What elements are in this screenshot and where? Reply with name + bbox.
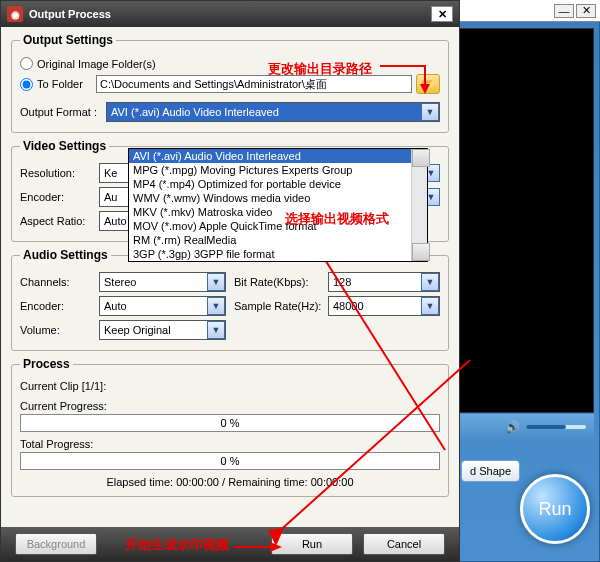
bitrate-select[interactable]: 128▼: [328, 272, 440, 292]
dialog-footer: Background Run Cancel: [1, 527, 459, 561]
format-option[interactable]: RM (*.rm) RealMedia: [129, 233, 427, 247]
dialog-title-bar[interactable]: ◉ Output Process ✕: [1, 1, 459, 27]
volume-label: Volume:: [20, 324, 95, 336]
dialog-close-button[interactable]: ✕: [431, 6, 453, 22]
output-format-select[interactable]: AVI (*.avi) Audio Video Interleaved ▼: [106, 102, 440, 122]
video-settings-legend: Video Settings: [20, 139, 109, 153]
run-big-button[interactable]: Run: [520, 474, 590, 544]
chevron-down-icon[interactable]: ▼: [207, 273, 225, 291]
chevron-down-icon[interactable]: ▼: [421, 103, 439, 121]
annotation-select-format: 选择输出视频格式: [285, 210, 389, 228]
chevron-down-icon[interactable]: ▼: [421, 297, 439, 315]
output-settings-group: Output Settings Original Image Folder(s)…: [11, 33, 449, 133]
bitrate-label: Bit Rate(Kbps):: [234, 276, 324, 288]
current-progress-label: Current Progress:: [20, 400, 440, 412]
chevron-down-icon[interactable]: ▼: [421, 273, 439, 291]
original-folder-radio[interactable]: [20, 57, 33, 70]
output-process-dialog: ◉ Output Process ✕ Output Settings Origi…: [0, 0, 460, 562]
shape-button-partial[interactable]: d Shape: [461, 460, 520, 482]
channels-select[interactable]: Stereo▼: [99, 272, 226, 292]
to-folder-label: To Folder: [37, 78, 92, 90]
process-group: Process Current Clip [1/1]: Current Prog…: [11, 357, 449, 497]
total-progress-label: Total Progress:: [20, 438, 440, 450]
format-option[interactable]: MP4 (*.mp4) Optimized for portable devic…: [129, 177, 427, 191]
dropdown-scrollbar[interactable]: [411, 149, 427, 261]
chevron-down-icon[interactable]: ▼: [207, 321, 225, 339]
to-folder-radio[interactable]: [20, 78, 33, 91]
total-progress-bar: 0 %: [20, 452, 440, 470]
annotation-start-watermark: 开始生成水印视频: [125, 536, 229, 554]
cancel-button[interactable]: Cancel: [363, 533, 445, 555]
resolution-label: Resolution:: [20, 167, 95, 179]
speaker-icon[interactable]: 🔊: [505, 420, 520, 434]
browse-folder-button[interactable]: 📂: [416, 74, 440, 94]
chevron-down-icon[interactable]: ▼: [207, 297, 225, 315]
dialog-title: Output Process: [29, 8, 111, 20]
format-option[interactable]: MPG (*.mpg) Moving Pictures Experts Grou…: [129, 163, 427, 177]
aspect-ratio-label: Aspect Ratio:: [20, 215, 95, 227]
run-button[interactable]: Run: [271, 533, 353, 555]
format-option[interactable]: 3GP (*.3gp) 3GPP file format: [129, 247, 427, 261]
format-option[interactable]: WMV (*.wmv) Windows media video: [129, 191, 427, 205]
volume-select[interactable]: Keep Original▼: [99, 320, 226, 340]
audio-encoder-select[interactable]: Auto▼: [99, 296, 226, 316]
app-icon: ◉: [7, 6, 23, 22]
output-settings-legend: Output Settings: [20, 33, 116, 47]
output-format-value: AVI (*.avi) Audio Video Interleaved: [107, 106, 421, 118]
bg-minimize-button[interactable]: —: [554, 4, 574, 18]
background-button: Background: [15, 533, 97, 555]
channels-label: Channels:: [20, 276, 95, 288]
original-folder-label: Original Image Folder(s): [37, 58, 156, 70]
time-status: Elapsed time: 00:00:00 / Remaining time:…: [20, 476, 440, 488]
current-clip-label: Current Clip [1/1]:: [20, 380, 440, 392]
annotation-change-path: 更改输出目录路径: [268, 60, 372, 78]
process-legend: Process: [20, 357, 73, 371]
volume-slider[interactable]: [526, 425, 586, 429]
samplerate-label: Sample Rate(Hz):: [234, 300, 324, 312]
output-format-label: Output Format :: [20, 106, 102, 118]
audio-encoder-label: Encoder:: [20, 300, 95, 312]
current-progress-bar: 0 %: [20, 414, 440, 432]
audio-settings-group: Audio Settings Channels: Stereo▼ Encoder…: [11, 248, 449, 351]
bg-close-button[interactable]: ✕: [576, 4, 596, 18]
audio-settings-legend: Audio Settings: [20, 248, 111, 262]
samplerate-select[interactable]: 48000▼: [328, 296, 440, 316]
folder-icon: 📂: [421, 78, 435, 91]
format-option[interactable]: AVI (*.avi) Audio Video Interleaved: [129, 149, 427, 163]
video-encoder-label: Encoder:: [20, 191, 95, 203]
format-dropdown-list[interactable]: AVI (*.avi) Audio Video Interleaved MPG …: [128, 148, 428, 262]
